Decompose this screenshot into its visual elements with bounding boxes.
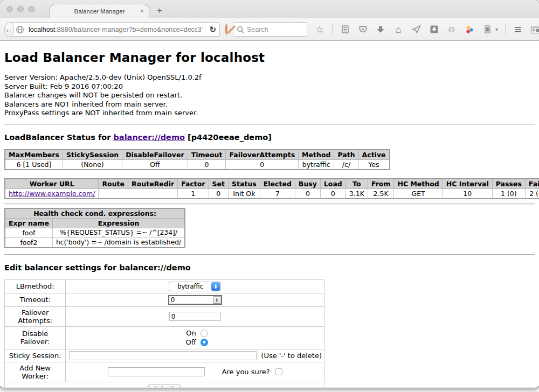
tab-close-icon[interactable]: × <box>140 7 144 15</box>
disable-failover-cell: On Off <box>66 326 324 349</box>
sticky-session-input[interactable] <box>69 351 257 360</box>
server-built-line: Server Built: Feb 9 2016 07:00:20 <box>4 82 535 92</box>
cell: bytraffic <box>299 159 334 170</box>
cell: Off <box>122 159 188 170</box>
table-row: foof2 hc('body') =~ /domain is establish… <box>5 237 185 248</box>
health-table-title: Health check cond. expressions: <box>5 208 185 219</box>
column-header: Fails <box>525 179 539 189</box>
pocket-icon[interactable] <box>357 24 368 35</box>
disable-failover-label: Disable Failover: <box>5 326 66 349</box>
column-header: Method <box>299 150 334 160</box>
tab-title: Balancer Manager <box>74 8 125 15</box>
expr-name-cell: foof <box>5 228 52 237</box>
table-header-row: Health check cond. expressions: <box>5 208 185 219</box>
page-actions-icon[interactable] <box>482 24 493 35</box>
cell: 0 <box>226 159 299 170</box>
addon-download-icon[interactable] <box>429 24 439 35</box>
page-content: Load Balancer Manager for localhost Serv… <box>0 41 539 387</box>
form-row-disable-failover: Disable Failover: On Off <box>5 326 324 349</box>
tab-balancer-manager[interactable]: Balancer Manager × <box>50 4 149 18</box>
toolbar-separator <box>332 24 333 35</box>
divider <box>4 254 535 255</box>
cell: 10 <box>443 188 492 199</box>
form-row-sticky-session: Sticky Session: (Use '-' to delete) <box>5 349 324 362</box>
column-header: Load <box>320 179 345 189</box>
globe-icon <box>15 24 25 35</box>
cell: (None) <box>63 159 122 170</box>
add-worker-cell: Are you sure? <box>66 362 324 382</box>
home-icon[interactable]: ⌂ <box>393 24 404 35</box>
notice-line: ProxyPass settings are NOT inherited fro… <box>4 109 535 118</box>
column-header: Active <box>358 150 389 160</box>
timeout-value: 0 <box>169 296 213 304</box>
column-header: Busy <box>295 179 320 189</box>
content-blocked-icon[interactable] <box>225 24 227 35</box>
cell: Init Ok <box>229 188 260 199</box>
are-you-sure-checkbox[interactable] <box>275 368 282 375</box>
cell: GET <box>394 188 443 199</box>
new-tab-button[interactable]: + <box>157 5 162 16</box>
menu-icon[interactable]: ≡ <box>513 24 523 35</box>
smiley-addon-icon[interactable]: ☺ <box>446 24 457 35</box>
failover-attempts-label: Failover Attempts: <box>5 306 66 326</box>
divider <box>4 124 535 125</box>
search-input[interactable] <box>247 26 303 33</box>
chevron-down-icon[interactable]: ▾ <box>495 26 498 32</box>
table-row: http://www.example.com/ 1 0 Init Ok 7 0 … <box>5 188 539 199</box>
form-row-submit: Submit <box>5 382 324 387</box>
cell <box>99 188 128 199</box>
reading-list-icon[interactable] <box>340 24 350 35</box>
balancer-status-table: MaxMembers StickySession DisableFailover… <box>4 149 390 170</box>
lbmethod-label: LBmethod: <box>5 279 66 293</box>
table-row: 6 [1 Used] (None) Off 0 0 bytraffic /c/ … <box>5 159 390 170</box>
send-plane-icon[interactable] <box>411 24 421 35</box>
cell: 6 [1 Used] <box>5 159 63 170</box>
cell: 1 <box>178 188 209 199</box>
colored-dots-addon-icon[interactable] <box>464 24 475 35</box>
column-header: MaxMembers <box>5 150 63 160</box>
column-header: Factor <box>178 179 209 189</box>
tab-bar: Balancer Manager × + <box>0 0 539 18</box>
window-minimize-button[interactable] <box>17 6 24 12</box>
loadbalancer-status-heading: LoadBalancer Status for balancer://demo … <box>4 133 535 142</box>
downloads-icon[interactable] <box>375 24 386 35</box>
table-header-row: Expr name Expression <box>5 218 185 228</box>
toolbar-separator <box>505 24 506 35</box>
url-text: localhost:8880/balancer-manager?b=demo&n… <box>29 26 203 33</box>
bookmark-star-icon[interactable]: ☆ <box>314 24 325 35</box>
column-header: Route <box>99 179 128 189</box>
form-row-timeout: Timeout: 0 ▲▼ <box>5 293 324 306</box>
notice-line: Balancer changes will NOT be persisted o… <box>4 91 535 100</box>
cell: 1 (0) <box>492 188 525 199</box>
failover-attempts-input[interactable] <box>169 312 221 321</box>
submit-cell: Submit <box>5 382 324 387</box>
url-bar[interactable]: localhost:8880/balancer-manager?b=demo&n… <box>11 22 220 37</box>
disable-failover-off-radio[interactable] <box>201 339 208 346</box>
back-button[interactable]: ← <box>4 22 14 37</box>
worker-url-link[interactable]: http://www.example.com/ <box>9 190 95 198</box>
disable-failover-on-radio[interactable] <box>201 330 208 337</box>
cell: 2 (0) <box>525 188 539 199</box>
window-zoom-button[interactable] <box>28 6 34 12</box>
column-header: Status <box>229 179 260 189</box>
expression-cell: hc('body') =~ /domain is established/ <box>52 237 185 248</box>
cell: 3.1K <box>345 188 368 199</box>
server-version-line: Server Version: Apache/2.5.0-dev (Unix) … <box>4 73 535 82</box>
search-bar[interactable] <box>233 22 307 37</box>
column-header: HC Method <box>394 179 443 189</box>
newspaper-grid-icon[interactable] <box>530 24 539 35</box>
notice-line: Balancers are NOT inherited from main se… <box>4 100 535 109</box>
number-spinner-icon[interactable]: ▲▼ <box>213 296 220 304</box>
cell: 2.5K <box>368 188 394 199</box>
form-row-add-worker: Add New Worker: Are you sure? <box>5 362 324 382</box>
balancer-demo-link[interactable]: balancer://demo <box>113 133 185 142</box>
timeout-input[interactable]: 0 ▲▼ <box>168 295 222 305</box>
lbmethod-select[interactable]: bytraffic ▲▼ <box>169 282 221 291</box>
column-header: Set <box>209 179 228 189</box>
window-close-button[interactable] <box>6 6 13 12</box>
add-worker-input[interactable] <box>108 367 205 376</box>
navigation-toolbar: ← localhost:8880/balancer-manager?b=demo… <box>0 18 539 41</box>
reload-icon[interactable]: ↻ <box>205 25 216 34</box>
submit-button[interactable]: Submit <box>148 384 181 387</box>
cell: 7 <box>260 188 295 199</box>
